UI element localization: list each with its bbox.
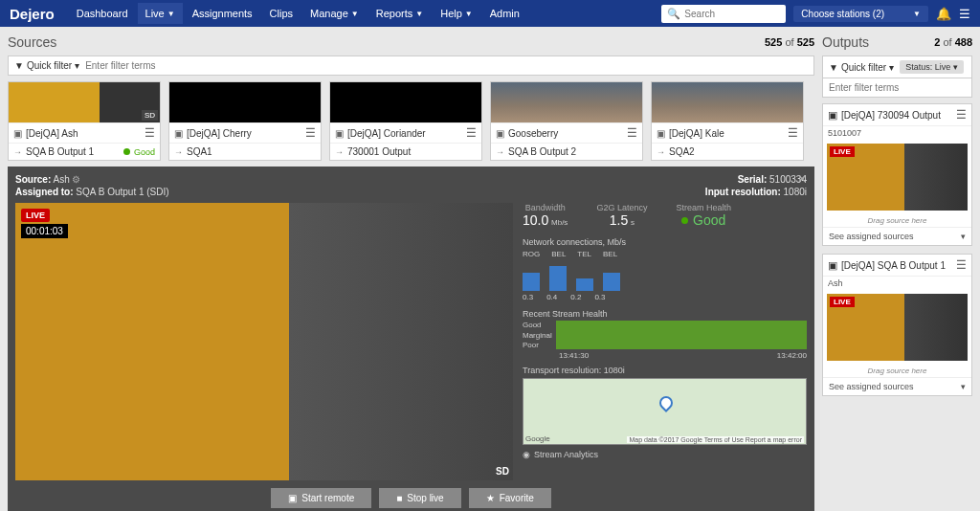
latency-label: G2G Latency xyxy=(596,203,647,212)
network-connections-title: Network connections, Mb/s xyxy=(523,237,807,247)
menu-icon[interactable]: ☰ xyxy=(959,7,970,21)
recent-stream-health-title: Recent Stream Health xyxy=(523,309,807,319)
source-cards: SD ▣[DejQA] Ash☰ →SQA B Output 1Good ▣[D… xyxy=(8,81,814,161)
favorite-button[interactable]: ★ Favorite xyxy=(469,488,551,508)
arrow-icon: → xyxy=(335,147,344,157)
top-nav: Dejero DashboardLive▼AssignmentsClipsMan… xyxy=(0,0,980,27)
sd-badge: SD xyxy=(142,110,158,121)
nav-menu: DashboardLive▼AssignmentsClipsManage▼Rep… xyxy=(69,3,527,24)
search-input[interactable] xyxy=(684,9,780,19)
map-attribution[interactable]: Map data ©2017 Google Terms of Use Repor… xyxy=(627,436,804,443)
see-assigned-sources[interactable]: See assigned sources▾ xyxy=(823,227,971,245)
output-icon: ▣ xyxy=(828,109,837,122)
output-name: [DejQA] SQA B Output 1 xyxy=(841,260,952,271)
output-icon: ▣ xyxy=(828,259,837,272)
status-filter[interactable]: Status: Live ▾ xyxy=(900,60,964,74)
quick-filter-button[interactable]: ▼ Quick filter ▾ xyxy=(14,60,79,71)
output-name: 730001 Output xyxy=(347,146,477,157)
station-selector-label: Choose stations (2) xyxy=(801,9,884,19)
thumbnail xyxy=(652,82,803,122)
menu-icon[interactable]: ☰ xyxy=(956,258,967,272)
nav-help[interactable]: Help▼ xyxy=(433,3,480,24)
outputs-filter-bar: ▼ Quick filter ▾ Status: Live ▾ xyxy=(822,56,972,78)
source-card[interactable]: ▣[DejQA] Kale☰ →SQA2 xyxy=(651,81,804,161)
start-remote-button[interactable]: ▣ Start remote xyxy=(271,488,371,508)
drag-hint: Drag source here xyxy=(823,214,971,227)
video-preview[interactable]: LIVE 00:01:03 SD xyxy=(15,203,513,480)
nav-reports[interactable]: Reports▼ xyxy=(368,3,431,24)
thumbnail xyxy=(330,82,481,122)
menu-icon[interactable]: ☰ xyxy=(956,108,967,122)
status-dot xyxy=(123,148,130,155)
chevron-down-icon: ▼ xyxy=(465,10,473,18)
thumbnail xyxy=(169,82,321,122)
source-name: [DejQA] Cherry xyxy=(187,128,301,139)
source-card[interactable]: ▣[DejQA] Coriander☰ →730001 Output xyxy=(329,81,482,161)
arrow-icon: → xyxy=(13,147,22,157)
filter-input[interactable] xyxy=(85,60,808,71)
brand-logo: Dejero xyxy=(10,6,55,22)
map-marker-icon xyxy=(657,393,676,412)
source-card[interactable]: ▣[DejQA] Cherry☰ →SQA1 xyxy=(168,81,322,161)
stop-live-button[interactable]: ■ Stop live xyxy=(379,488,460,508)
output-card[interactable]: ▣[DejQA] SQA B Output 1☰ Ash LIVE Drag s… xyxy=(822,254,972,396)
device-icon: ▣ xyxy=(335,128,344,139)
see-assigned-sources[interactable]: See assigned sources▾ xyxy=(823,377,971,395)
nav-assignments[interactable]: Assignments xyxy=(185,3,260,24)
station-selector[interactable]: Choose stations (2) ▼ xyxy=(793,6,928,22)
output-name: [DejQA] 730094 Output xyxy=(841,110,952,121)
source-name: [DejQA] Ash xyxy=(26,128,141,139)
stream-health-label: Stream Health xyxy=(676,203,731,212)
nav-manage[interactable]: Manage▼ xyxy=(302,3,367,24)
source-name: [DejQA] Kale xyxy=(669,128,784,139)
gear-icon[interactable]: ⚙ xyxy=(72,174,80,185)
menu-icon[interactable]: ☰ xyxy=(466,126,477,140)
nav-clips[interactable]: Clips xyxy=(262,3,301,24)
sources-count: 525 of 525 xyxy=(765,36,814,48)
status-text: Good xyxy=(134,147,155,157)
quick-filter-button[interactable]: ▼ Quick filter ▾ xyxy=(829,62,894,73)
sources-title: Sources xyxy=(8,34,56,50)
device-icon: ▣ xyxy=(657,128,665,139)
thumbnail: LIVE xyxy=(827,294,968,361)
arrow-icon: → xyxy=(657,147,665,157)
search-box[interactable]: 🔍 xyxy=(661,5,786,23)
source-detail-panel: ✕ Source: Ash ⚙ Assigned to: SQA B Outpu… xyxy=(8,167,814,511)
nav-admin[interactable]: Admin xyxy=(482,3,527,24)
chevron-down-icon: ▼ xyxy=(913,10,921,18)
device-icon: ▣ xyxy=(13,128,22,139)
output-name: SQA B Output 2 xyxy=(508,146,637,157)
sd-badge: SD xyxy=(496,466,509,477)
bell-icon[interactable]: 🔔 xyxy=(936,7,951,21)
stream-analytics-link[interactable]: ◉ Stream Analytics xyxy=(523,450,807,459)
close-icon[interactable]: ✕ xyxy=(797,172,807,186)
sources-filter-bar: ▼ Quick filter ▾ xyxy=(8,56,814,76)
menu-icon[interactable]: ☰ xyxy=(788,126,798,140)
network-bars-chart xyxy=(523,260,807,291)
bandwidth-label: Bandwidth xyxy=(525,203,566,212)
menu-icon[interactable]: ☰ xyxy=(145,126,155,140)
nav-dashboard[interactable]: Dashboard xyxy=(69,3,136,24)
arrow-icon: → xyxy=(496,147,504,157)
menu-icon[interactable]: ☰ xyxy=(627,126,637,140)
drag-hint: Drag source here xyxy=(823,365,971,377)
chevron-down-icon: ▼ xyxy=(415,10,423,18)
output-name: SQA2 xyxy=(669,146,798,157)
source-card[interactable]: ▣Gooseberry☰ →SQA B Output 2 xyxy=(490,81,643,161)
chevron-down-icon: ▼ xyxy=(351,10,359,18)
chevron-down-icon: ▼ xyxy=(167,10,175,18)
output-card[interactable]: ▣[DejQA] 730094 Output☰ 5101007 LIVE Dra… xyxy=(822,103,972,246)
output-name: SQA1 xyxy=(187,146,316,157)
source-name: Gooseberry xyxy=(508,128,623,139)
live-badge: LIVE xyxy=(830,297,855,307)
thumbnail: SD xyxy=(9,82,160,122)
nav-live[interactable]: Live▼ xyxy=(138,3,183,24)
location-map[interactable]: Google Map data ©2017 Google Terms of Us… xyxy=(523,378,807,445)
chevron-down-icon: ▾ xyxy=(961,382,966,391)
source-card[interactable]: SD ▣[DejQA] Ash☰ →SQA B Output 1Good xyxy=(8,81,161,161)
live-badge: LIVE xyxy=(830,146,855,157)
filter-input[interactable] xyxy=(829,82,966,93)
elapsed-timer: 00:01:03 xyxy=(21,224,68,238)
source-name: [DejQA] Coriander xyxy=(347,128,462,139)
menu-icon[interactable]: ☰ xyxy=(305,126,316,140)
